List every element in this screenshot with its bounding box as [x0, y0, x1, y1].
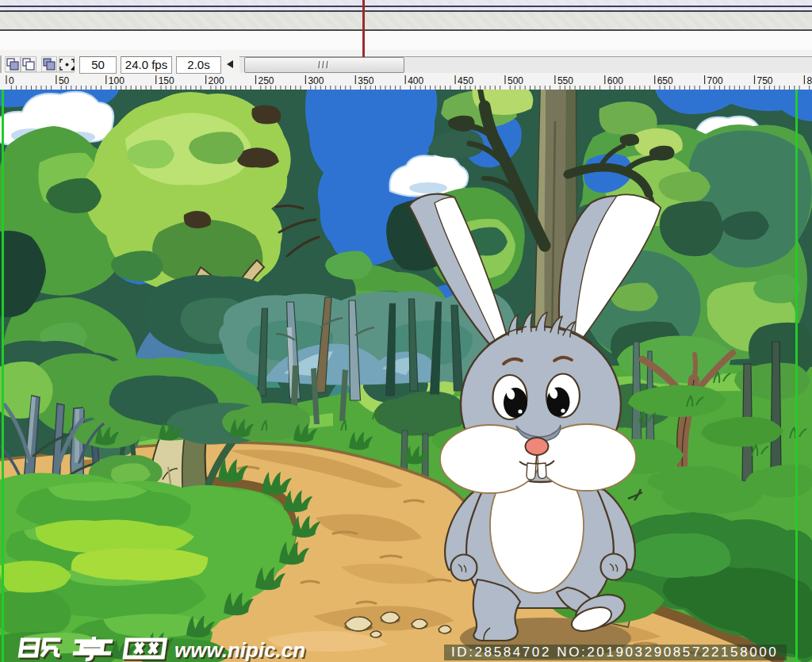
svg-text:450: 450 — [458, 75, 473, 86]
svg-text:www.nipic.cn: www.nipic.cn — [174, 638, 305, 662]
svg-text:0: 0 — [9, 75, 14, 86]
svg-text:50: 50 — [59, 75, 70, 86]
svg-text:300: 300 — [308, 75, 324, 86]
svg-text:550: 550 — [557, 75, 573, 86]
svg-text:700: 700 — [707, 75, 723, 86]
svg-text:750: 750 — [757, 75, 773, 86]
svg-text:200: 200 — [209, 75, 224, 86]
svg-text:350: 350 — [358, 75, 373, 86]
svg-text:100: 100 — [109, 75, 124, 86]
svg-text:400: 400 — [408, 75, 423, 86]
svg-text:650: 650 — [657, 75, 673, 86]
svg-text:500: 500 — [508, 75, 523, 86]
svg-text:150: 150 — [159, 75, 174, 86]
svg-text:800: 800 — [806, 75, 812, 86]
svg-text:600: 600 — [607, 75, 623, 86]
svg-text:250: 250 — [259, 75, 274, 86]
